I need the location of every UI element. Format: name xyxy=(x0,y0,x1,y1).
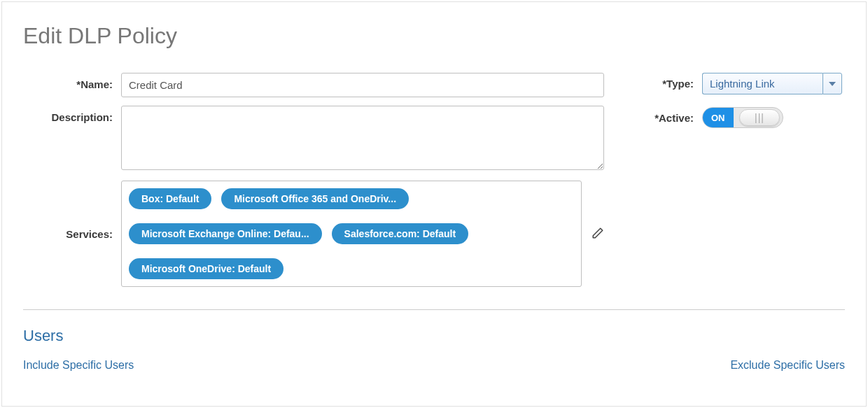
service-chip[interactable]: Microsoft Exchange Online: Defau... xyxy=(129,223,322,244)
toggle-knob: ||| xyxy=(739,109,780,126)
description-row: Description: xyxy=(23,106,604,172)
name-row: *Name: xyxy=(23,73,604,97)
toggle-on-label: ON xyxy=(703,108,734,127)
description-input[interactable] xyxy=(121,106,604,170)
users-columns: Include Specific Users Exclude Specific … xyxy=(23,359,845,372)
service-chip[interactable]: Microsoft Office 365 and OneDriv... xyxy=(221,188,409,209)
active-row: *Active: ON ||| xyxy=(646,107,845,128)
name-label: *Name: xyxy=(23,73,121,90)
users-section-title: Users xyxy=(23,327,845,345)
type-label: *Type: xyxy=(646,78,702,90)
chevron-down-icon[interactable] xyxy=(822,73,842,94)
divider xyxy=(23,309,845,310)
exclude-users-title: Exclude Specific Users xyxy=(730,359,845,372)
service-chip[interactable]: Box: Default xyxy=(129,188,211,209)
service-chip[interactable]: Salesforce.com: Default xyxy=(332,223,469,244)
active-toggle[interactable]: ON ||| xyxy=(702,107,783,128)
type-select[interactable]: Lightning Link xyxy=(702,73,842,94)
type-select-value: Lightning Link xyxy=(702,73,822,94)
right-column: *Type: Lightning Link *Active: ON ||| xyxy=(646,73,845,295)
form-area: *Name: Description: Services: Box: Defau… xyxy=(23,73,845,295)
svg-marker-0 xyxy=(829,82,836,86)
active-label: *Active: xyxy=(646,112,702,124)
service-chip[interactable]: Microsoft OneDrive: Default xyxy=(129,258,284,279)
left-column: *Name: Description: Services: Box: Defau… xyxy=(23,73,604,295)
services-box: Box: Default Microsoft Office 365 and On… xyxy=(121,181,582,287)
type-row: *Type: Lightning Link xyxy=(646,73,845,94)
description-label: Description: xyxy=(23,106,121,123)
page-title: Edit DLP Policy xyxy=(23,23,845,49)
services-row: Services: Box: Default Microsoft Office … xyxy=(23,181,604,287)
include-users-title: Include Specific Users xyxy=(23,359,134,372)
name-input[interactable] xyxy=(121,73,604,97)
pencil-icon[interactable] xyxy=(592,227,604,241)
page-container: Edit DLP Policy *Name: Description: Serv… xyxy=(1,1,867,407)
services-label: Services: xyxy=(23,228,121,240)
